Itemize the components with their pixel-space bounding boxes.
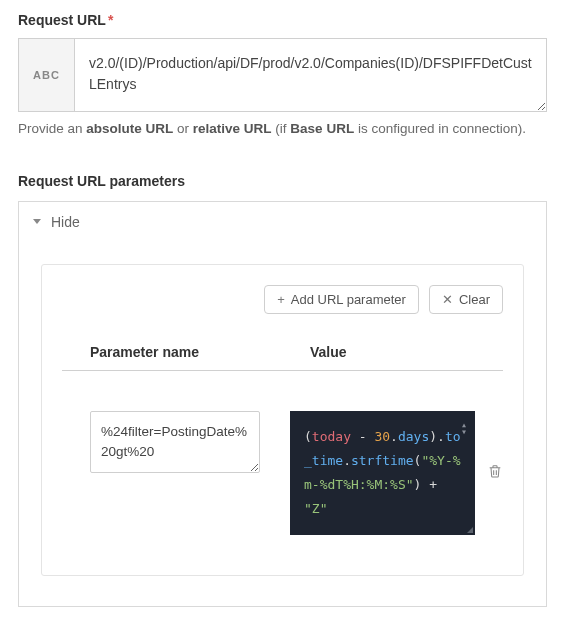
parameter-value-wrap: ▴▾ (today - 30.days).to_time.strftime("%… [290,411,503,535]
helper-text-bold: Base URL [290,121,354,136]
request-url-helper: Provide an absolute URL or relative URL … [18,120,547,139]
url-params-body: + Add URL parameter ✕ Clear Parameter na… [19,242,546,606]
collapse-toggle-label: Hide [51,214,80,230]
url-params-toolbar: + Add URL parameter ✕ Clear [62,285,503,314]
parameter-name-input[interactable] [90,411,260,474]
helper-text-span: or [173,121,193,136]
close-icon: ✕ [442,292,453,307]
plus-icon: + [277,292,285,307]
resize-handle-icon[interactable] [467,527,473,533]
code-token: . [437,429,445,444]
add-url-parameter-label: Add URL parameter [291,292,406,307]
request-url-input-row: ABC [18,38,547,112]
code-token: + [421,477,437,492]
request-url-label: Request URL* [18,12,547,28]
collapse-toggle[interactable]: Hide [19,202,546,242]
clear-button-label: Clear [459,292,490,307]
code-token: "Z" [304,501,327,516]
code-token: strftime [351,453,414,468]
required-asterisk: * [108,12,113,28]
delete-row-button[interactable] [487,463,503,482]
helper-text-span: is configured in connection). [354,121,526,136]
request-url-input[interactable] [75,39,546,111]
helper-text-bold: relative URL [193,121,272,136]
code-token: . [390,429,398,444]
parameter-value-code[interactable]: ▴▾ (today - 30.days).to_time.strftime("%… [290,411,475,535]
clear-button[interactable]: ✕ Clear [429,285,503,314]
code-token: ) [429,429,437,444]
url-params-section-title: Request URL parameters [18,173,547,189]
code-token: - [351,429,374,444]
table-row: ▴▾ (today - 30.days).to_time.strftime("%… [62,371,503,535]
code-token: . [343,453,351,468]
column-value: Value [310,344,475,360]
url-params-card: + Add URL parameter ✕ Clear Parameter na… [41,264,524,576]
code-token: today [312,429,351,444]
url-type-badge: ABC [19,39,75,111]
code-token: days [398,429,429,444]
chevron-down-icon [33,219,41,224]
code-token: 30 [374,429,390,444]
helper-text-span: Provide an [18,121,86,136]
request-url-label-text: Request URL [18,12,106,28]
helper-text-span: (if [272,121,291,136]
helper-text-bold: absolute URL [86,121,173,136]
column-parameter-name: Parameter name [90,344,290,360]
drag-handle-icon[interactable]: ▴▾ [461,421,467,435]
trash-icon [487,463,503,479]
add-url-parameter-button[interactable]: + Add URL parameter [264,285,419,314]
params-table-header: Parameter name Value [62,344,503,371]
url-params-panel: Hide + Add URL parameter ✕ Clear Paramet… [18,201,547,607]
code-token: ( [304,429,312,444]
